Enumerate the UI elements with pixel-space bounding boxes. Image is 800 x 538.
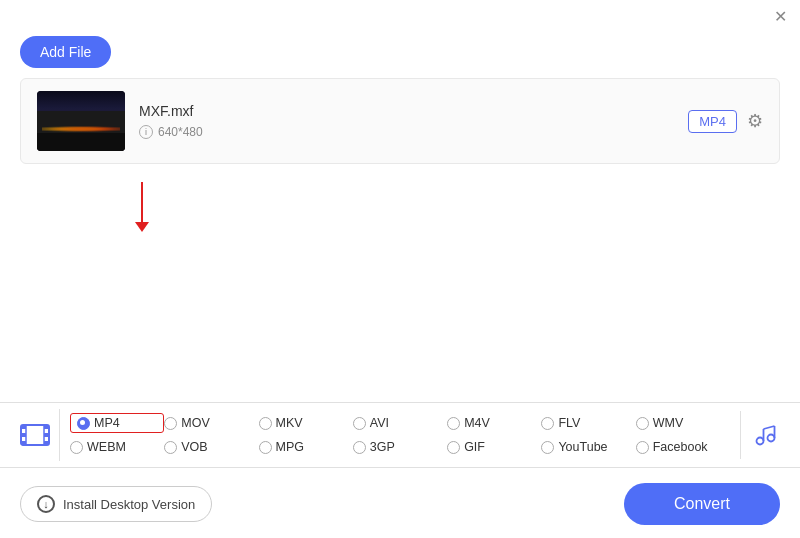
svg-point-10 <box>767 435 774 442</box>
format-option-gif[interactable]: GIF <box>447 437 541 457</box>
thumbnail-scene <box>37 91 125 151</box>
format-label-youtube: YouTube <box>558 440 607 454</box>
format-label-gif: GIF <box>464 440 485 454</box>
svg-line-13 <box>763 426 774 429</box>
radio-m4v <box>447 417 460 430</box>
format-option-flv[interactable]: FLV <box>541 413 635 433</box>
format-label-flv: FLV <box>558 416 580 430</box>
arrow-area <box>0 164 800 232</box>
download-icon: ↓ <box>37 495 55 513</box>
format-option-webm[interactable]: WEBM <box>70 437 164 457</box>
file-item: MXF.mxf i 640*480 MP4 ⚙ <box>21 79 779 163</box>
format-badge[interactable]: MP4 <box>688 110 737 133</box>
arrow-shaft <box>141 182 143 222</box>
file-info: MXF.mxf i 640*480 <box>139 103 674 139</box>
format-label-webm: WEBM <box>87 440 126 454</box>
thumbnail-lights <box>42 125 120 133</box>
format-options: MP4 MOV MKV AVI M4V FLV WMV WEBM <box>60 403 740 467</box>
radio-gif <box>447 441 460 454</box>
svg-point-9 <box>756 438 763 445</box>
add-file-button[interactable]: Add File <box>20 36 111 68</box>
format-option-mpg[interactable]: MPG <box>259 437 353 457</box>
radio-3gp <box>353 441 366 454</box>
format-label-mkv: MKV <box>276 416 303 430</box>
format-label-m4v: M4V <box>464 416 490 430</box>
format-label-avi: AVI <box>370 416 389 430</box>
file-list: MXF.mxf i 640*480 MP4 ⚙ <box>20 78 780 164</box>
format-option-mov[interactable]: MOV <box>164 413 258 433</box>
format-label-vob: VOB <box>181 440 207 454</box>
radio-mov <box>164 417 177 430</box>
install-label: Install Desktop Version <box>63 497 195 512</box>
file-resolution: 640*480 <box>158 125 203 139</box>
radio-youtube <box>541 441 554 454</box>
radio-flv <box>541 417 554 430</box>
video-icon <box>19 419 51 451</box>
format-label-mpg: MPG <box>276 440 304 454</box>
radio-mpg <box>259 441 272 454</box>
format-option-3gp[interactable]: 3GP <box>353 437 447 457</box>
file-name: MXF.mxf <box>139 103 674 119</box>
audio-icon-area[interactable] <box>740 411 790 459</box>
format-option-wmv[interactable]: WMV <box>636 413 730 433</box>
info-icon: i <box>139 125 153 139</box>
audio-icon <box>752 421 780 449</box>
install-desktop-button[interactable]: ↓ Install Desktop Version <box>20 486 212 522</box>
radio-facebook <box>636 441 649 454</box>
format-option-facebook[interactable]: Facebook <box>636 437 730 457</box>
format-sidebar <box>10 409 60 461</box>
radio-webm <box>70 441 83 454</box>
close-button[interactable]: ✕ <box>772 8 788 24</box>
file-thumbnail <box>37 91 125 151</box>
radio-vob <box>164 441 177 454</box>
format-option-m4v[interactable]: M4V <box>447 413 541 433</box>
settings-button[interactable]: ⚙ <box>747 110 763 132</box>
format-label-mp4: MP4 <box>94 416 120 430</box>
radio-mp4 <box>77 417 90 430</box>
arrow-indicator <box>135 182 149 232</box>
file-actions: MP4 ⚙ <box>688 110 763 133</box>
radio-avi <box>353 417 366 430</box>
title-bar: ✕ <box>0 0 800 28</box>
footer: ↓ Install Desktop Version Convert <box>0 470 800 538</box>
format-label-facebook: Facebook <box>653 440 708 454</box>
format-label-wmv: WMV <box>653 416 684 430</box>
format-option-avi[interactable]: AVI <box>353 413 447 433</box>
file-meta: i 640*480 <box>139 125 674 139</box>
format-label-3gp: 3GP <box>370 440 395 454</box>
format-option-youtube[interactable]: YouTube <box>541 437 635 457</box>
format-option-mp4[interactable]: MP4 <box>70 413 164 433</box>
format-panel: MP4 MOV MKV AVI M4V FLV WMV WEBM <box>0 402 800 468</box>
format-option-mkv[interactable]: MKV <box>259 413 353 433</box>
header: Add File <box>0 28 800 78</box>
format-option-vob[interactable]: VOB <box>164 437 258 457</box>
convert-button[interactable]: Convert <box>624 483 780 525</box>
format-label-mov: MOV <box>181 416 209 430</box>
radio-wmv <box>636 417 649 430</box>
arrow-head <box>135 222 149 232</box>
radio-mkv <box>259 417 272 430</box>
